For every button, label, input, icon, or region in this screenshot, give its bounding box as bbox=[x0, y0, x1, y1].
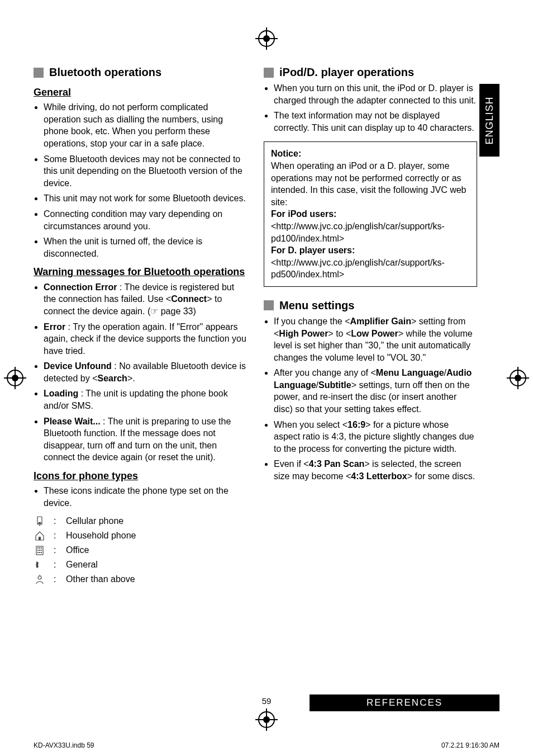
table-row: : Household phone bbox=[34, 530, 247, 542]
language-tab-label: ENGLISH bbox=[484, 96, 496, 144]
notice-text: When operating an iPod or a D. player, s… bbox=[271, 160, 470, 208]
svg-rect-7 bbox=[41, 547, 42, 549]
house-phone-icon bbox=[34, 530, 46, 542]
subheading-icons: Icons for phone types bbox=[34, 469, 247, 483]
svg-rect-9 bbox=[39, 550, 40, 551]
colon: : bbox=[54, 573, 58, 585]
svg-rect-1 bbox=[39, 522, 41, 524]
term-text: >. bbox=[127, 374, 135, 383]
list-item: While driving, do not perform complicate… bbox=[44, 101, 247, 149]
other-phone-icon: ? bbox=[34, 573, 46, 585]
section-marker-icon bbox=[264, 68, 274, 78]
registration-mark-top bbox=[258, 30, 275, 47]
print-meta-left: KD-AVX33U.indb 59 bbox=[34, 741, 94, 749]
page-content: Bluetooth operations General While drivi… bbox=[0, 0, 533, 705]
svg-rect-3 bbox=[39, 537, 41, 540]
list-item: Some Bluetooth devices may not be connec… bbox=[44, 153, 247, 190]
text: > for some discs. bbox=[407, 471, 475, 481]
section-title: Bluetooth operations bbox=[49, 65, 161, 80]
svg-rect-12 bbox=[39, 552, 40, 553]
svg-rect-10 bbox=[41, 550, 42, 551]
list-item: Even if <4:3 Pan Scan> is selected, the … bbox=[274, 458, 477, 482]
registration-mark-bottom bbox=[258, 711, 275, 728]
term-bold: Connect bbox=[171, 294, 207, 304]
term-label: Device Unfound bbox=[44, 361, 112, 371]
table-row: : General bbox=[34, 559, 247, 571]
list-item: Error : Try the operation again. If "Err… bbox=[44, 321, 247, 357]
notice-label: For iPod users: bbox=[271, 209, 336, 219]
section-title: iPod/D. player operations bbox=[279, 65, 414, 80]
table-row: ? : Other than above bbox=[34, 573, 247, 585]
bold: Low Power bbox=[351, 329, 398, 338]
icon-label: Office bbox=[66, 544, 89, 556]
notice-line: For D. player users: <http://www.jvc.co.… bbox=[271, 244, 470, 281]
term-bold: Search bbox=[98, 374, 127, 383]
notice-line: For iPod users: <http://www.jvc.co.jp/en… bbox=[271, 208, 470, 244]
text: > to < bbox=[328, 329, 351, 338]
svg-rect-11 bbox=[37, 552, 39, 553]
section-header-bluetooth: Bluetooth operations bbox=[34, 65, 247, 80]
registration-mark-left bbox=[7, 370, 23, 386]
colon: : bbox=[54, 559, 58, 571]
section-header-menu: Menu settings bbox=[264, 298, 477, 313]
colon: : bbox=[54, 530, 58, 542]
bold: 16:9 bbox=[348, 420, 365, 429]
icon-label: Cellular phone bbox=[66, 515, 123, 527]
term-label: Loading bbox=[44, 389, 78, 398]
notice-title: Notice: bbox=[271, 148, 470, 160]
icon-label: Household phone bbox=[66, 530, 136, 542]
office-icon bbox=[34, 544, 46, 556]
print-meta-right: 07.2.21 9:16:30 AM bbox=[441, 741, 499, 749]
section-marker-icon bbox=[264, 300, 274, 310]
section-marker-icon bbox=[34, 68, 44, 78]
list-item: When the unit is turned off, the device … bbox=[44, 235, 247, 259]
bold: Subtitle bbox=[318, 380, 351, 390]
left-column: Bluetooth operations General While drivi… bbox=[34, 62, 247, 588]
phone-type-icons-table: : Cellular phone : Household phone : Off… bbox=[34, 515, 247, 585]
svg-rect-5 bbox=[37, 547, 39, 549]
list-item: After you change any of <Menu Language/A… bbox=[274, 367, 477, 415]
menu-list: If you change the <Amplifier Gain> setti… bbox=[264, 315, 477, 483]
subheading-warning: Warning messages for Bluetooth operation… bbox=[34, 265, 247, 278]
term-label: Please Wait... bbox=[44, 417, 101, 426]
svg-rect-8 bbox=[37, 550, 39, 551]
warning-list: Connection Error : The device is registe… bbox=[34, 281, 247, 464]
svg-rect-13 bbox=[41, 552, 42, 553]
text: After you change any of < bbox=[274, 368, 376, 377]
right-column: iPod/D. player operations When you turn … bbox=[264, 62, 499, 588]
colon: : bbox=[54, 544, 58, 556]
list-item: If you change the <Amplifier Gain> setti… bbox=[274, 315, 477, 363]
list-item: Device Unfound : No available Bluetooth … bbox=[44, 360, 247, 384]
notice-url: <http://www.jvc.co.jp/english/car/suppor… bbox=[271, 258, 445, 280]
bold: Amplifier Gain bbox=[350, 316, 411, 326]
svg-point-2 bbox=[39, 525, 40, 526]
term-text: : Try the operation again. If "Error" ap… bbox=[44, 322, 246, 356]
notice-url: <http://www.jvc.co.jp/english/car/suppor… bbox=[271, 221, 445, 243]
list-item: These icons indicate the phone type set … bbox=[44, 485, 247, 509]
notice-label: For D. player users: bbox=[271, 245, 355, 255]
term-label: Connection Error bbox=[44, 282, 117, 292]
icon-label: Other than above bbox=[66, 573, 135, 585]
ipod-list: When you turn on this unit, the iPod or … bbox=[264, 82, 477, 134]
notice-box: Notice: When operating an iPod or a D. p… bbox=[264, 141, 477, 287]
svg-rect-6 bbox=[39, 547, 40, 549]
text: When you select < bbox=[274, 420, 348, 429]
bold: Menu Language bbox=[376, 368, 444, 377]
table-row: : Office bbox=[34, 544, 247, 556]
language-tab: ENGLISH bbox=[479, 84, 499, 157]
icon-label: General bbox=[66, 559, 98, 571]
table-row: : Cellular phone bbox=[34, 515, 247, 527]
general-list: While driving, do not perform complicate… bbox=[34, 101, 247, 259]
list-item: When you turn on this unit, the iPod or … bbox=[274, 82, 477, 106]
list-item: Connection Error : The device is registe… bbox=[44, 281, 247, 318]
footer-section-bar: REFERENCES bbox=[310, 694, 499, 711]
section-title: Menu settings bbox=[279, 298, 354, 313]
text: If you change the < bbox=[274, 316, 350, 326]
list-item: Loading : The unit is updating the phone… bbox=[44, 388, 247, 412]
icons-intro-list: These icons indicate the phone type set … bbox=[34, 485, 247, 509]
bold: 4:3 Pan Scan bbox=[309, 459, 365, 469]
list-item: Connecting condition may vary depending … bbox=[44, 208, 247, 232]
subheading-general: General bbox=[34, 86, 247, 99]
print-metadata: KD-AVX33U.indb 59 07.2.21 9:16:30 AM bbox=[34, 741, 499, 749]
list-item: This unit may not work for some Bluetoot… bbox=[44, 192, 247, 205]
